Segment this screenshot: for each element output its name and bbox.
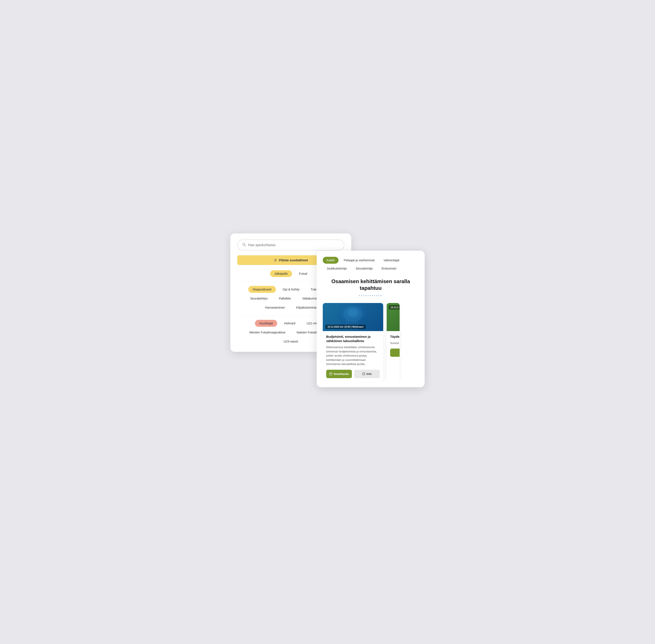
tab-joukkuetoimija[interactable]: Joukkuetoimija	[323, 265, 351, 272]
tab-pelaajat[interactable]: Pelaajat ja vanhemmat	[340, 257, 378, 264]
chip-opi-kehity[interactable]: Opi & Kehity	[279, 286, 304, 293]
event-card-1: 10.11.2022 klo 16:00 | Webinaari Budjeto…	[323, 303, 383, 381]
svg-rect-19	[330, 373, 332, 375]
filter-toggle-label: Piilota suodattimet	[279, 258, 308, 262]
svg-point-18	[348, 308, 358, 317]
chip-seurakehitys[interactable]: Seurakehitys	[246, 295, 272, 302]
search-input[interactable]	[248, 243, 340, 247]
event-card-2-partial: 12.11.2 12:00 Täyden valmer Suome järjes…	[387, 303, 400, 381]
info-icon	[362, 372, 365, 375]
svg-point-5	[359, 295, 360, 296]
filter-icon	[274, 258, 277, 262]
chip-u23-naiset[interactable]: U23-naiset	[279, 338, 302, 345]
event-desc-1: Webinaarissa käsitellään urheiluseuran t…	[326, 345, 380, 366]
category-tabs: Kaikki Pelaajat ja vanhemmat Valmentajat…	[323, 257, 419, 272]
calendar-icon	[329, 372, 332, 375]
svg-point-9	[368, 295, 369, 296]
chip-huuhkajat[interactable]: Huuhkajat	[255, 320, 277, 327]
svg-point-6	[361, 295, 362, 296]
chip-palloliitto[interactable]: Palloliitto	[275, 295, 295, 302]
event-badge-2: 12.11.2 12:00	[389, 305, 400, 309]
event-desc-2: Suome järjestä urheil	[390, 341, 400, 345]
scene: Piilota suodattimet Jalkapallo Futsal Ma…	[230, 233, 425, 411]
register-button-1[interactable]: Ilmoittaudu	[326, 370, 352, 378]
tab-seuratoimija[interactable]: Seuratoimija	[352, 265, 376, 272]
svg-point-14	[378, 295, 379, 296]
events-list: 10.11.2022 klo 16:00 | Webinaari Budjeto…	[323, 303, 419, 381]
search-icon	[242, 243, 246, 248]
event-image-2: 12.11.2 12:00	[387, 303, 400, 331]
chip-jalkapallo[interactable]: Jalkapallo	[270, 270, 292, 277]
svg-point-10	[370, 295, 371, 296]
event-card-2: 12.11.2 12:00 Täyden valmer Suome järjes…	[387, 303, 400, 360]
svg-point-8	[366, 295, 367, 296]
chip-kilpailutoiminta[interactable]: Kilpailutoiminta	[292, 304, 321, 311]
event-actions-1: Ilmoittaudu Info	[326, 370, 380, 378]
jellyfish-decoration	[323, 303, 383, 331]
section-title: Osaamisen kehittämisen saralla tapahtuu	[323, 278, 419, 291]
svg-point-15	[381, 295, 382, 296]
chip-harrastaminen[interactable]: Harrastaminen	[261, 304, 289, 311]
chip-miesten-futsal[interactable]: Miesten Futsalmaajoukkue	[245, 329, 290, 336]
chip-futsal[interactable]: Futsal	[295, 270, 311, 277]
info-button-1[interactable]: Info	[354, 370, 380, 378]
tab-kaikki[interactable]: Kaikki	[323, 257, 338, 264]
chip-helmarit[interactable]: Helmarit	[280, 320, 300, 327]
event-body-1: Budjetointi, ennustaminen ja sähköinen t…	[323, 331, 383, 381]
event-actions-2	[390, 349, 400, 357]
register-button-2[interactable]	[390, 349, 400, 357]
event-image-1: 10.11.2022 klo 16:00 | Webinaari	[323, 303, 383, 331]
svg-point-7	[363, 295, 365, 296]
dots-decoration	[323, 294, 419, 298]
svg-point-11	[372, 295, 373, 296]
svg-line-1	[244, 245, 245, 246]
svg-point-13	[376, 295, 377, 296]
tab-valmentajat[interactable]: Valmentajat	[380, 257, 403, 264]
svg-point-12	[374, 295, 375, 296]
tab-erotuomari[interactable]: Erotuomari	[378, 265, 400, 272]
event-body-2: Täyden valmer Suome järjestä urheil	[387, 331, 400, 360]
chip-maajoukkueet[interactable]: Maajoukkueet	[248, 286, 276, 293]
event-title-1: Budjetointi, ennustaminen ja sähköinen t…	[326, 335, 380, 343]
search-bar[interactable]	[237, 239, 344, 251]
event-title-2: Täyden valmer	[390, 335, 400, 339]
events-card: Kaikki Pelaajat ja vanhemmat Valmentajat…	[317, 251, 425, 387]
